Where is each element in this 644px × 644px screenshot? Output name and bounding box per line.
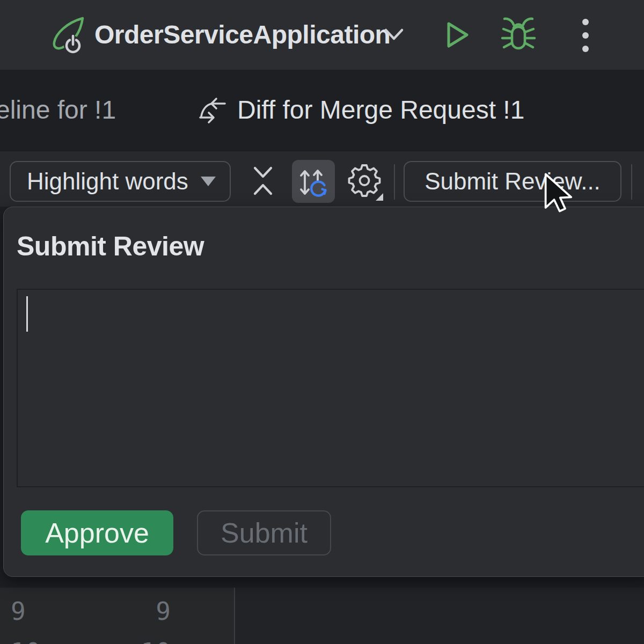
diff-viewer-toolbar: Highlight words (0, 150, 644, 207)
submit-review-button[interactable]: Submit Review... (404, 161, 621, 202)
line-number-column: 9 10 (11, 591, 40, 644)
tab-pipeline-for-mr[interactable]: eline for !1 (0, 70, 116, 150)
line-number: 10 (86, 632, 171, 644)
submit-button[interactable]: Submit (197, 510, 331, 555)
gear-icon[interactable] (345, 161, 384, 202)
synchronize-scrolling-toggle[interactable] (292, 160, 335, 203)
diff-editor-left-pane[interactable]: 9 10 9 10 (0, 588, 234, 644)
spring-boot-icon (48, 14, 89, 56)
tab-label: Diff for Merge Request !1 (237, 70, 524, 150)
line-number-column: 9 10 (86, 591, 171, 644)
highlight-mode-label: Highlight words (27, 168, 188, 195)
text-caret (26, 296, 28, 332)
review-comment-input[interactable] (17, 289, 644, 487)
debug-button[interactable] (497, 14, 540, 56)
dropdown-arrow-icon (201, 177, 216, 186)
line-number: 9 (11, 591, 40, 632)
toolbar-separator (631, 164, 632, 200)
toolbar-separator (394, 164, 395, 200)
line-number: 10 (11, 632, 40, 644)
line-number: 9 (86, 591, 171, 632)
popup-title: Submit Review (17, 231, 204, 262)
main-toolbar: OrderServiceApplication (0, 0, 644, 70)
approve-button[interactable]: Approve (21, 510, 173, 555)
run-button[interactable] (442, 19, 471, 50)
diff-editor-right-pane[interactable] (235, 588, 644, 644)
submit-review-popup: Submit Review Approve Submit (3, 207, 644, 577)
highlight-mode-dropdown[interactable]: Highlight words (10, 161, 231, 202)
run-configuration-selector[interactable]: OrderServiceApplication (94, 0, 390, 70)
kebab-menu-icon[interactable] (577, 17, 594, 54)
diff-editor: 9 10 9 10 (0, 588, 644, 644)
ide-window: OrderServiceApplication (0, 0, 644, 644)
collapse-all-icon[interactable] (247, 163, 279, 199)
compare-arrows-icon (196, 94, 229, 127)
chevron-down-icon[interactable] (383, 28, 405, 42)
editor-tab-bar: eline for !1 Diff for Merge Request !1 (0, 70, 644, 150)
